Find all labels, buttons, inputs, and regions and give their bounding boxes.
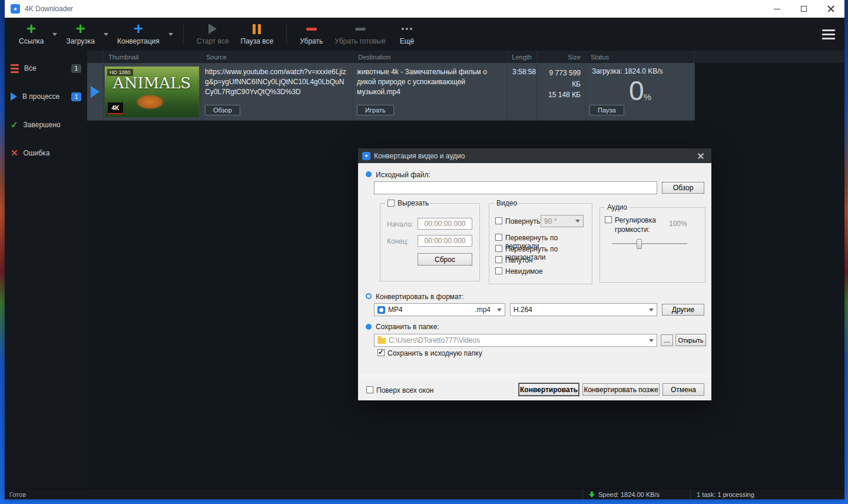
video-group-title: Видео (494, 199, 519, 207)
cut-checkbox[interactable] (387, 200, 395, 207)
header-thumbnail[interactable]: Thumbnail (104, 51, 201, 63)
flip-vertical-checkbox[interactable] (495, 234, 502, 241)
size-done: 15 148 КБ (542, 89, 581, 101)
video-file-icon (377, 306, 385, 314)
size-cell: 9 773 599 КБ 15 148 КБ (537, 63, 586, 120)
header-source[interactable]: Source (201, 51, 353, 63)
status-cell: Загрузка: 1824.0 KB/s 0% Пауза (586, 63, 695, 120)
open-folder-button[interactable]: Открыть (675, 334, 706, 346)
header-status[interactable]: Status (586, 51, 695, 63)
minimize-icon (774, 9, 780, 9)
rotate-checkbox-row[interactable]: Повернуть: (495, 217, 542, 226)
ellipsis-icon (402, 28, 412, 30)
remove-button[interactable]: Убрать (294, 18, 329, 51)
table-row[interactable]: HD 1080 ANIMALS 4K https://www.youtube.c… (87, 63, 695, 121)
play-icon (208, 24, 217, 34)
maximize-button[interactable] (790, 0, 817, 18)
invisible-checkbox[interactable] (495, 267, 502, 274)
codec-select[interactable]: H.264 (510, 303, 657, 316)
chevron-down-icon (168, 33, 173, 36)
more-button[interactable]: Ещё (392, 18, 422, 51)
on-top-row[interactable]: Поверх всех окон (366, 386, 433, 394)
invisible-row[interactable]: Невидимое (495, 267, 543, 276)
save-source-row[interactable]: Сохранить в исходную папку (377, 349, 482, 357)
rotate-checkbox[interactable] (495, 217, 502, 224)
sidebar-item-in-progress[interactable]: В процессе 1 (5, 85, 87, 108)
sidebar-item-label: В процессе (22, 92, 59, 101)
add-conversion-dropdown[interactable] (165, 18, 176, 51)
cut-end-label: Конец: (387, 237, 409, 246)
sidebar-item-label: Завершено (24, 121, 61, 129)
halftone-checkbox[interactable] (495, 256, 502, 263)
step-bullet-icon (366, 324, 372, 330)
hamburger-icon (822, 29, 835, 31)
save-source-checkbox[interactable] (377, 349, 385, 356)
volume-checkbox[interactable] (605, 216, 612, 223)
thumbnail-title: ANIMALS (105, 74, 199, 92)
source-file-input[interactable] (374, 181, 657, 194)
cut-group-title: Вырезать (385, 199, 431, 207)
add-download-dropdown[interactable] (101, 18, 111, 51)
add-download-button[interactable]: + Загрузка (60, 18, 101, 51)
video-group: Видео Повернуть: 90 ° Перевернуть по вер… (489, 203, 592, 284)
list-icon (11, 64, 19, 73)
window-title: 4K Downloader (25, 5, 73, 13)
pause-row-button[interactable]: Пауза (589, 105, 624, 115)
status-speed: Speed: 1824.00 KB/s (598, 491, 660, 498)
cut-reset-button[interactable]: Сброс (418, 253, 472, 266)
pause-all-button[interactable]: Пауза все (235, 18, 280, 51)
sidebar-item-completed[interactable]: ✓ Завершено (5, 113, 87, 137)
rotate-select[interactable]: 90 ° (541, 215, 584, 227)
on-top-checkbox[interactable] (366, 386, 373, 393)
cut-label: Вырезать (398, 199, 429, 207)
remove-finished-button[interactable]: Убрать готовые (329, 18, 392, 51)
start-all-button[interactable]: Старт все (191, 18, 235, 51)
sidebar-item-all[interactable]: Все 1 (5, 57, 87, 80)
browse-button[interactable]: Обзор (662, 182, 704, 194)
status-text: Загрузка: 1824.0 KB/s (592, 67, 690, 75)
status-ready: Готов (5, 491, 582, 498)
volume-slider-handle[interactable] (637, 239, 642, 249)
toolbar-separator (183, 24, 184, 45)
toolbar: + Ссылка + Загрузка + Конвертация Старт … (5, 18, 844, 51)
thumbnail-cell: HD 1080 ANIMALS 4K (104, 63, 201, 120)
add-link-button[interactable]: + Ссылка (13, 18, 49, 51)
flip-horizontal-checkbox[interactable] (495, 245, 502, 252)
step-bullet-icon (366, 293, 372, 299)
cancel-button[interactable]: Отмена (662, 383, 704, 396)
main-menu-button[interactable] (822, 29, 835, 39)
dialog-title: Конвертация видео и аудио (374, 152, 465, 160)
add-link-dropdown[interactable] (49, 18, 60, 51)
close-button[interactable] (817, 0, 844, 18)
format-ext: .mp4 (475, 306, 491, 314)
folder-select[interactable]: C:\Users\DToretto777\Videos (374, 334, 657, 347)
source-browse-button[interactable]: Обзор (205, 105, 240, 115)
cut-end-input[interactable] (418, 235, 472, 247)
header-destination[interactable]: Destination (353, 51, 508, 63)
dialog-body: Исходный файл: Обзор Вырезать Начало: Ко… (358, 163, 711, 400)
folder-browse-button[interactable]: ... (661, 334, 673, 346)
volume-checkbox-row[interactable]: Регулировка громкости: (605, 216, 667, 234)
minus-icon (306, 28, 317, 31)
other-formats-button[interactable]: Другие (662, 304, 704, 316)
video-thumbnail[interactable]: HD 1080 ANIMALS 4K (105, 67, 199, 117)
header-size[interactable]: Size (537, 51, 586, 63)
cut-start-input[interactable] (418, 218, 472, 230)
play-file-button[interactable]: Играть (357, 105, 394, 115)
convert-later-button[interactable]: Конвертировать позже (582, 383, 660, 396)
source-cell: https://www.youtube.com/watch?v=xxxie6Lj… (201, 63, 353, 120)
halftone-row[interactable]: Полутон (495, 256, 533, 264)
minimize-button[interactable] (763, 0, 790, 18)
chevron-down-icon (52, 33, 57, 36)
header-length[interactable]: Length (508, 51, 537, 63)
pause-all-label: Пауза все (241, 37, 274, 45)
add-conversion-button[interactable]: + Конвертация (111, 18, 165, 51)
chevron-down-icon (497, 309, 502, 311)
add-conversion-label: Конвертация (117, 37, 160, 45)
format-select[interactable]: MP4 .mp4 (374, 303, 505, 316)
sidebar-item-error[interactable]: ✕ Ошибка (5, 141, 87, 165)
convert-button[interactable]: Конвертировать (518, 383, 579, 396)
volume-slider-track[interactable] (612, 243, 687, 245)
row-indicator-cell (87, 63, 104, 120)
dialog-close-button[interactable] (694, 150, 707, 163)
